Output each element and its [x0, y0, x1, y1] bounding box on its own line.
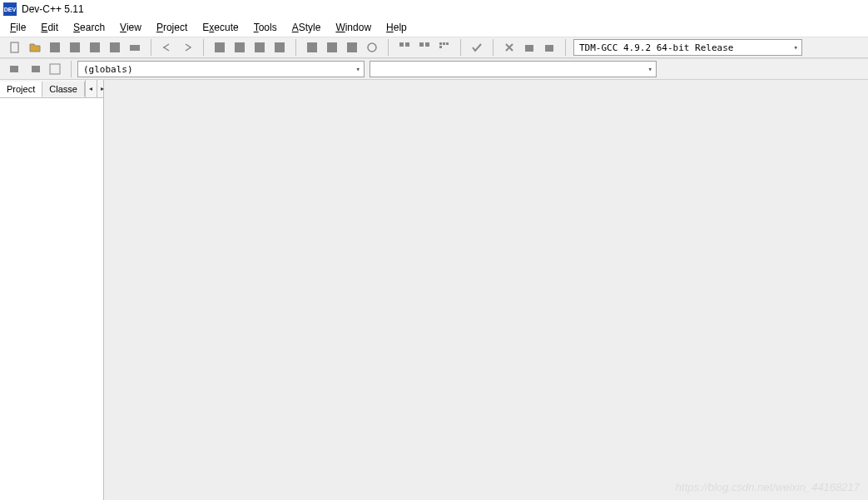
svg-rect-16	[419, 42, 424, 47]
find-icon[interactable]	[211, 38, 229, 57]
side-tab-strip: Project Classe ◂ ▸	[0, 80, 103, 98]
title-bar: DEV Dev-C++ 5.11	[0, 0, 868, 18]
app-icon: DEV	[3, 2, 17, 16]
svg-rect-10	[307, 42, 317, 52]
menu-project[interactable]: Project	[150, 20, 194, 35]
svg-rect-7	[235, 42, 245, 52]
svg-rect-15	[405, 42, 409, 47]
svg-rect-19	[443, 42, 445, 45]
svg-rect-8	[255, 42, 265, 52]
compile-icon[interactable]	[303, 38, 321, 57]
svg-point-13	[368, 43, 376, 52]
svg-rect-21	[439, 46, 442, 48]
bookmark-icon[interactable]	[46, 60, 64, 78]
find-next-icon[interactable]	[250, 38, 269, 57]
tab-project[interactable]: Project	[0, 82, 42, 97]
close-icon[interactable]	[106, 38, 124, 57]
svg-rect-24	[10, 66, 18, 72]
compile-run-icon[interactable]	[343, 38, 361, 57]
save-icon[interactable]	[46, 38, 64, 57]
chevron-down-icon: ▾	[356, 65, 360, 73]
compiler-select-value: TDM-GCC 4.9.2 64-bit Release	[579, 42, 733, 53]
clear-icon[interactable]	[500, 38, 518, 57]
nav-fwd-icon[interactable]	[26, 60, 44, 78]
menu-astyle[interactable]: AStyle	[285, 20, 328, 35]
window-title: Dev-C++ 5.11	[22, 3, 84, 15]
svg-rect-14	[399, 42, 404, 47]
compiler-select[interactable]: TDM-GCC 4.9.2 64-bit Release ▾	[573, 39, 802, 56]
menu-file[interactable]: File	[3, 20, 32, 35]
svg-rect-12	[347, 42, 357, 52]
profile-icon[interactable]	[435, 38, 454, 57]
svg-rect-18	[439, 42, 442, 45]
redo-icon[interactable]	[178, 38, 196, 57]
svg-rect-23	[545, 45, 553, 52]
svg-rect-22	[525, 45, 533, 52]
chevron-down-icon: ▾	[794, 43, 798, 52]
menu-window[interactable]: Window	[329, 20, 378, 35]
menu-help[interactable]: Help	[379, 20, 414, 35]
svg-rect-3	[90, 42, 100, 52]
menu-edit[interactable]: Edit	[34, 20, 65, 35]
print-icon[interactable]	[126, 38, 144, 57]
svg-rect-1	[50, 42, 60, 52]
options-icon[interactable]	[540, 38, 558, 57]
svg-rect-4	[110, 42, 120, 52]
debug-icon[interactable]	[395, 38, 414, 57]
svg-rect-25	[32, 66, 40, 72]
svg-rect-11	[327, 42, 337, 52]
save-all-icon[interactable]	[66, 38, 84, 57]
rebuild-icon[interactable]	[363, 38, 381, 57]
tab-classes[interactable]: Classe	[42, 82, 85, 97]
svg-rect-2	[70, 42, 80, 52]
svg-rect-20	[446, 42, 449, 45]
save-as-icon[interactable]	[86, 38, 104, 57]
package-icon[interactable]	[520, 38, 538, 57]
svg-rect-17	[425, 42, 429, 47]
svg-rect-9	[275, 42, 285, 52]
toolbar-scope: (globals) ▾ ▾	[0, 58, 868, 80]
chevron-down-icon: ▾	[648, 65, 652, 73]
svg-rect-0	[11, 42, 18, 52]
open-file-icon[interactable]	[26, 38, 44, 57]
goto-icon[interactable]	[270, 38, 289, 57]
check-icon[interactable]	[468, 38, 486, 57]
undo-icon[interactable]	[158, 38, 176, 57]
editor-area: https://blog.csdn.net/weixin_44168217	[104, 80, 868, 500]
scope-select-value: (globals)	[83, 64, 133, 75]
svg-rect-5	[130, 45, 140, 51]
menu-bar: File Edit Search View Project Execute To…	[0, 18, 868, 37]
menu-execute[interactable]: Execute	[196, 20, 245, 35]
nav-back-icon[interactable]	[6, 60, 24, 78]
member-select[interactable]: ▾	[370, 61, 657, 77]
svg-rect-26	[50, 64, 60, 74]
scope-select[interactable]: (globals) ▾	[77, 61, 365, 77]
svg-rect-6	[215, 42, 225, 52]
watermark-text: https://blog.csdn.net/weixin_44168217	[676, 481, 860, 493]
menu-search[interactable]: Search	[67, 20, 112, 35]
main-area: Project Classe ◂ ▸ https://blog.csdn.net…	[0, 80, 868, 500]
new-file-icon[interactable]	[6, 38, 24, 57]
side-panel: Project Classe ◂ ▸	[0, 80, 104, 500]
run-icon[interactable]	[323, 38, 341, 57]
step-icon[interactable]	[415, 38, 434, 57]
replace-icon[interactable]	[231, 38, 249, 57]
menu-view[interactable]: View	[113, 20, 148, 35]
toolbar-main: TDM-GCC 4.9.2 64-bit Release ▾	[0, 37, 868, 58]
menu-tools[interactable]: Tools	[247, 20, 284, 35]
tab-scroll-left-icon[interactable]: ◂	[85, 80, 97, 97]
